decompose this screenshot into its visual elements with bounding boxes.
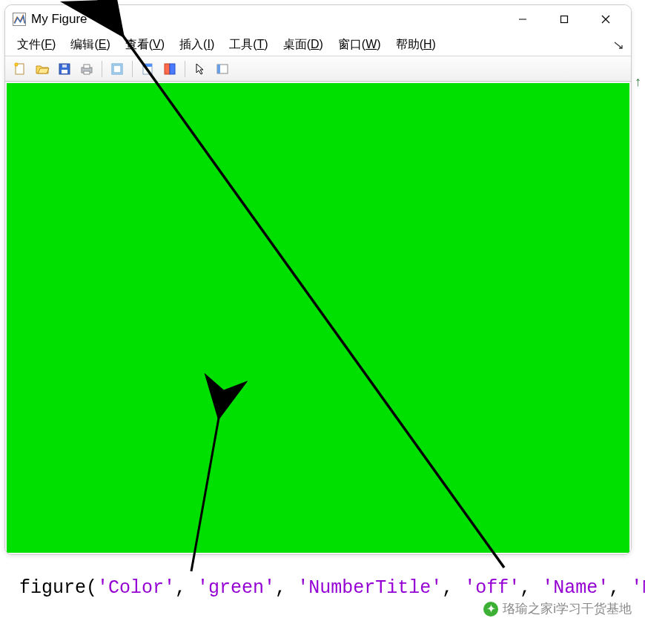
open-button[interactable] — [32, 59, 53, 79]
figure-canvas[interactable] — [7, 83, 629, 553]
menu-help[interactable]: 帮助(H) — [388, 36, 443, 54]
svg-rect-16 — [143, 64, 152, 67]
window-title: My Figure — [31, 12, 87, 27]
svg-rect-9 — [62, 65, 67, 68]
svg-rect-18 — [170, 64, 175, 74]
menu-desktop[interactable]: 桌面(D) — [276, 36, 331, 54]
save-button[interactable] — [54, 59, 75, 79]
titlebar[interactable]: My Figure — [5, 5, 631, 33]
app-icon — [13, 13, 26, 26]
scroll-up-icon: ↑ — [635, 74, 641, 90]
menu-view[interactable]: 查看(V) — [118, 36, 172, 54]
minimize-button[interactable] — [502, 6, 543, 33]
figure-canvas-container — [5, 82, 631, 554]
svg-rect-20 — [217, 65, 220, 73]
svg-rect-2 — [561, 16, 568, 23]
link-brush-button[interactable] — [137, 59, 158, 79]
data-cursor-button[interactable] — [159, 59, 180, 79]
menubar-overflow-icon[interactable] — [613, 39, 624, 50]
menu-file[interactable]: 文件(F) — [10, 36, 63, 54]
insert-colorbar-button[interactable] — [212, 59, 233, 79]
menu-tools[interactable]: 工具(T) — [222, 36, 275, 54]
close-button[interactable] — [585, 6, 626, 33]
pointer-button[interactable] — [190, 59, 211, 79]
svg-rect-14 — [113, 65, 121, 73]
new-figure-button[interactable] — [10, 59, 30, 79]
toolbar — [5, 56, 631, 82]
menubar: 文件(F) 编辑(E) 查看(V) 插入(I) 工具(T) 桌面(D) 窗口(W… — [5, 33, 631, 56]
watermark: ✦ 珞瑜之家i学习干货基地 — [483, 600, 632, 617]
toolbar-separator — [132, 61, 133, 77]
code-example: figure('Color', 'green', 'NumberTitle', … — [19, 577, 645, 599]
svg-rect-12 — [84, 71, 90, 74]
svg-rect-11 — [84, 65, 90, 68]
svg-rect-8 — [62, 70, 67, 73]
toolbar-separator — [102, 61, 102, 77]
wechat-icon: ✦ — [483, 602, 498, 617]
print-preview-button[interactable] — [107, 59, 128, 79]
menu-edit[interactable]: 编辑(E) — [63, 36, 117, 54]
watermark-text: 珞瑜之家i学习干货基地 — [503, 600, 632, 617]
menu-insert[interactable]: 插入(I) — [172, 36, 222, 54]
svg-point-6 — [15, 62, 18, 65]
figure-window: My Figure 文件(F) 编辑(E) 查看(V) 插入(I) 工具(T) … — [4, 4, 632, 555]
maximize-button[interactable] — [543, 6, 585, 33]
print-button[interactable] — [76, 59, 97, 79]
svg-rect-17 — [165, 64, 170, 74]
menu-window[interactable]: 窗口(W) — [331, 36, 388, 54]
toolbar-separator — [185, 61, 185, 77]
